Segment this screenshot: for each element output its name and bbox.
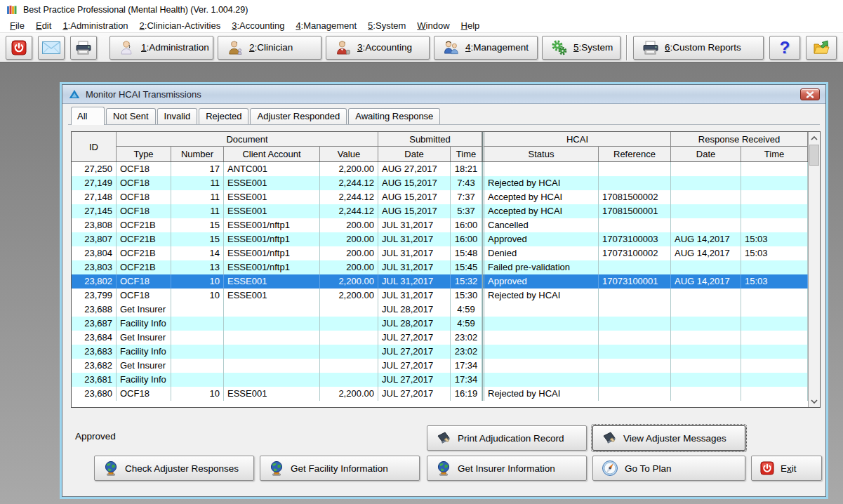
cell-hcai-reference: 17081500001 (599, 204, 671, 218)
cell-number: 11 (171, 204, 224, 218)
cell-type: OCF18 (117, 387, 171, 401)
cell-number (171, 345, 224, 359)
menu-system[interactable]: 5:System (362, 20, 411, 33)
grid-header: ID Document Submitted HCAI Response Rece… (72, 132, 808, 162)
cell-submitted-time: 17:34 (451, 359, 482, 373)
cell-value (320, 345, 378, 359)
print-adjudication-record-button[interactable]: Print Adjudication Record (427, 425, 587, 451)
toolbar-custom-reports-button[interactable]: 6:Custom Reports (633, 36, 764, 60)
power-icon (11, 40, 27, 55)
window-title: Best Practice Professional (Mental Healt… (23, 5, 248, 15)
column-group-hcai: HCAI (482, 132, 671, 147)
toolbar-clinician-button[interactable]: 2:Clinician (218, 36, 321, 60)
table-row[interactable]: 27,148OCF1811ESSE0012,244.12AUG 15,20177… (72, 190, 808, 204)
table-row[interactable]: 23,804OCF21B14ESSE001/nftp1200.00JUL 31,… (72, 246, 808, 260)
table-row[interactable]: 23,683Facility InfoJUL 27,201723:02 (72, 345, 808, 359)
tab-adjuster-responded[interactable]: Adjuster Responded (250, 108, 347, 124)
cell-hcai-status: Accepted by HCAI (482, 190, 599, 204)
management-people-icon (443, 39, 460, 56)
table-row[interactable]: 23,807OCF21B15ESSE001/nftp1200.00JUL 31,… (72, 232, 808, 246)
table-row[interactable]: 23,687Facility InfoJUL 28,20174:59 (72, 317, 808, 331)
menu-administration[interactable]: 1:Administration (57, 20, 133, 33)
cell-hcai-status: Approved (482, 232, 599, 246)
cell-response-time (741, 176, 808, 190)
globe-icon (436, 460, 451, 476)
table-row[interactable]: 27,250OCF1817ANTC0012,200.00AUG 27,20171… (72, 162, 808, 176)
table-row[interactable]: 23,681Facility InfoJUL 27,201717:34 (72, 373, 808, 387)
cell-type: OCF18 (117, 204, 171, 218)
cell-value: 2,200.00 (320, 387, 378, 401)
table-row[interactable]: 23,808OCF21B15ESSE001/nftp1200.00JUL 31,… (72, 218, 808, 232)
cell-client-account: ESSE001 (224, 204, 320, 218)
help-button[interactable]: ? (769, 36, 800, 60)
exit-button[interactable]: Exit (751, 456, 822, 481)
menu-edit[interactable]: Edit (30, 20, 57, 33)
menu-management[interactable]: 4:Management (290, 20, 362, 33)
view-adjuster-messages-button[interactable]: View Adjuster Messages (592, 425, 745, 451)
accounting-person-icon (335, 39, 352, 56)
cell-number: 10 (171, 289, 224, 303)
printer-icon (642, 41, 659, 55)
transmissions-grid: ID Document Submitted HCAI Response Rece… (71, 131, 821, 408)
cell-response-date (671, 176, 741, 190)
globe-icon (103, 460, 119, 476)
toolbar-accounting-button[interactable]: 3:Accounting (326, 36, 430, 60)
table-row[interactable]: 27,149OCF1811ESSE0012,244.12AUG 15,20177… (72, 176, 808, 190)
table-row[interactable]: 23,802OCF1810ESSE0012,200.00JUL 31,20171… (72, 274, 808, 289)
menu-accounting[interactable]: 3:Accounting (226, 20, 290, 33)
cell-response-time (741, 289, 808, 303)
menu-clinician-activities[interactable]: 2:Clinician-Activities (134, 20, 227, 33)
cell-number: 10 (171, 274, 224, 289)
table-row[interactable]: 23,682Get InsurerJUL 27,201717:34 (72, 359, 808, 373)
cell-type: OCF18 (117, 289, 171, 303)
open-folder-button[interactable] (806, 36, 837, 60)
help-icon: ? (780, 39, 790, 56)
table-row[interactable]: 23,688Get InsurerJUL 28,20174:59 (72, 303, 808, 317)
go-to-plan-button[interactable]: Go To Plan (592, 456, 745, 481)
tab-awaiting-response[interactable]: Awaiting Response (348, 108, 440, 124)
close-button[interactable] (800, 88, 820, 100)
table-row[interactable]: 23,803OCF21B13ESSE001/nftp1200.00JUL 31,… (72, 260, 808, 274)
power-button[interactable] (6, 36, 32, 60)
column-group-document: Document (117, 132, 378, 147)
get-facility-information-button[interactable]: Get Facility Information (260, 456, 420, 481)
window-titlebar[interactable]: Best Practice Professional (Mental Healt… (0, 0, 843, 20)
cell-response-date (671, 317, 741, 331)
cell-response-time (741, 303, 808, 317)
cell-response-date (671, 162, 741, 176)
menu-window[interactable]: Window (411, 20, 455, 33)
tab-all[interactable]: All (71, 107, 105, 125)
column-header-id: ID (72, 132, 117, 161)
cell-submitted-time: 23:02 (451, 331, 482, 345)
vertical-scrollbar[interactable] (808, 132, 820, 407)
dialog-titlebar[interactable]: Monitor HCAI Transmissions (62, 85, 825, 104)
table-row[interactable]: 27,145OCF1811ESSE0012,244.12AUG 15,20175… (72, 204, 808, 218)
toolbar-administration-button[interactable]: 1:Administration (109, 36, 213, 60)
toolbar-system-button[interactable]: 5:System (542, 36, 620, 60)
table-row[interactable]: 23,680OCF1810ESSE0012,200.00JUL 27,20171… (72, 387, 808, 401)
cell-client-account: ESSE001/nftp1 (224, 232, 320, 246)
cell-response-date: AUG 14,2017 (671, 274, 741, 289)
tab-invalid[interactable]: Invalid (157, 108, 198, 124)
table-row[interactable]: 23,799OCF1810ESSE0012,200.00JUL 31,20171… (72, 289, 808, 303)
toolbar-management-button[interactable]: 4:Management (434, 36, 538, 60)
column-header-client-account: Client Account (224, 147, 320, 161)
scroll-up-icon[interactable] (809, 132, 820, 144)
menu-bar: File Edit 1:Administration 2:Clinician-A… (0, 20, 843, 33)
check-adjuster-responses-button[interactable]: Check Adjuster Responses (94, 456, 254, 481)
tab-not-sent[interactable]: Not Sent (106, 108, 156, 124)
cell-submitted-date: JUL 27,2017 (378, 373, 451, 387)
scroll-down-icon[interactable] (809, 395, 820, 407)
cell-value: 2,244.12 (320, 176, 378, 190)
cell-id: 23,682 (72, 359, 117, 373)
menu-help[interactable]: Help (456, 20, 486, 33)
get-insurer-information-button[interactable]: Get Insurer Information (427, 456, 587, 481)
print-button[interactable] (70, 36, 97, 60)
cell-response-time (741, 387, 808, 401)
tab-rejected[interactable]: Rejected (199, 108, 248, 124)
scrollbar-thumb[interactable] (809, 145, 819, 166)
table-row[interactable]: 23,684Get InsurerJUL 27,201723:02 (72, 331, 808, 345)
cell-response-time (741, 190, 808, 204)
mail-button[interactable] (38, 36, 65, 60)
menu-file[interactable]: File (4, 20, 30, 33)
